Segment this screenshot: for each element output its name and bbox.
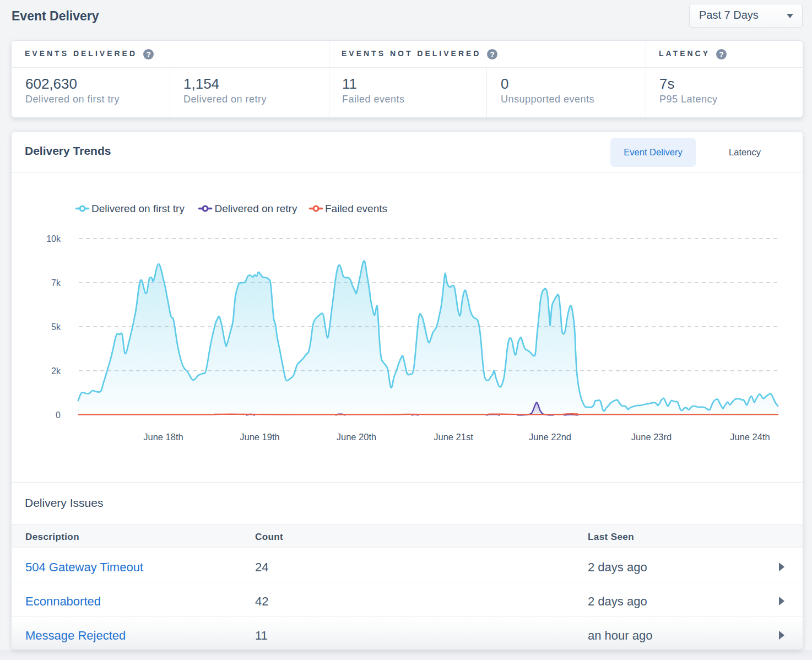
svg-text:June 24th: June 24th xyxy=(730,432,770,442)
svg-text:June 18th: June 18th xyxy=(143,432,183,442)
svg-text:2k: 2k xyxy=(51,366,61,376)
svg-text:June 23rd: June 23rd xyxy=(631,432,672,442)
svg-text:June 21st: June 21st xyxy=(434,432,473,442)
svg-text:10k: 10k xyxy=(46,234,61,244)
svg-text:June 22nd: June 22nd xyxy=(529,432,571,442)
svg-text:Delivered on retry: Delivered on retry xyxy=(215,203,297,214)
svg-text:June 20th: June 20th xyxy=(337,432,376,442)
svg-text:Failed events: Failed events xyxy=(325,203,387,214)
svg-text:June 19th: June 19th xyxy=(240,432,279,442)
svg-text:0: 0 xyxy=(56,410,61,420)
svg-text:7k: 7k xyxy=(51,278,61,288)
svg-text:Delivered on first try: Delivered on first try xyxy=(91,203,185,214)
svg-text:5k: 5k xyxy=(51,322,61,332)
